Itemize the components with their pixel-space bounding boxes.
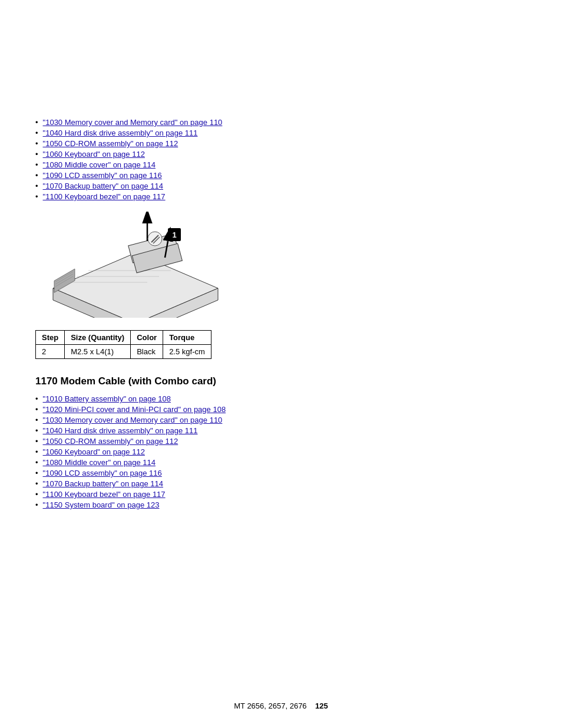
top-link-item: "1100 Keyboard bezel" on page 117 [35, 192, 527, 201]
bottom-link[interactable]: "1060 Keyboard" on page 112 [43, 447, 145, 456]
top-link-item: "1080 Middle cover" on page 114 [35, 160, 527, 169]
top-link-list: "1030 Memory cover and Memory card" on p… [35, 118, 527, 201]
bottom-link[interactable]: "1150 System board" on page 123 [43, 500, 160, 509]
top-link[interactable]: "1090 LCD assembly" on page 116 [43, 171, 162, 180]
top-link-item: "1040 Hard disk drive assembly" on page … [35, 129, 527, 137]
bottom-link-item: "1060 Keyboard" on page 112 [35, 447, 527, 456]
bottom-link-item: "1090 LCD assembly" on page 116 [35, 469, 527, 477]
top-link-item: "1090 LCD assembly" on page 116 [35, 171, 527, 180]
top-link[interactable]: "1050 CD-ROM assembly" on page 112 [43, 139, 178, 148]
bottom-link-item: "1010 Battery assembly" on page 108 [35, 394, 527, 403]
top-link[interactable]: "1070 Backup battery" on page 114 [43, 182, 163, 190]
bottom-link-item: "1070 Backup battery" on page 114 [35, 479, 527, 488]
table-cell: Black [131, 345, 163, 359]
bottom-link[interactable]: "1080 Middle cover" on page 114 [43, 458, 156, 467]
bottom-link[interactable]: "1100 Keyboard bezel" on page 117 [43, 490, 166, 499]
top-link[interactable]: "1060 Keyboard" on page 112 [43, 150, 145, 159]
bottom-link-item: "1050 CD-ROM assembly" on page 112 [35, 437, 527, 446]
table-row: 2M2.5 x L4(1)Black2.5 kgf-cm [36, 345, 211, 359]
top-link-item: "1060 Keyboard" on page 112 [35, 150, 527, 159]
table-header: Size (Quantity) [65, 331, 131, 345]
assembly-diagram: 1 [35, 212, 224, 318]
bottom-link-item: "1100 Keyboard bezel" on page 117 [35, 490, 527, 499]
bottom-link[interactable]: "1050 CD-ROM assembly" on page 112 [43, 437, 178, 446]
diagram-container: 1 [35, 212, 236, 319]
bottom-link[interactable]: "1030 Memory cover and Memory card" on p… [43, 416, 223, 424]
footer-model: MT 2656, 2657, 2676 [234, 701, 306, 710]
top-link[interactable]: "1100 Keyboard bezel" on page 117 [43, 192, 166, 201]
bottom-link[interactable]: "1040 Hard disk drive assembly" on page … [43, 426, 198, 435]
bottom-link[interactable]: "1090 LCD assembly" on page 116 [43, 469, 162, 477]
table-header: Step [36, 331, 65, 345]
bottom-link[interactable]: "1010 Battery assembly" on page 108 [43, 394, 171, 403]
top-link-item: "1070 Backup battery" on page 114 [35, 182, 527, 190]
top-link-item: "1050 CD-ROM assembly" on page 112 [35, 139, 527, 148]
table-header: Color [131, 331, 163, 345]
bottom-link[interactable]: "1020 Mini-PCI cover and Mini-PCI card" … [43, 405, 226, 414]
table-header: Torque [163, 331, 211, 345]
bottom-link-item: "1030 Memory cover and Memory card" on p… [35, 416, 527, 424]
bottom-link-list: "1010 Battery assembly" on page 108"1020… [35, 394, 527, 509]
bottom-link-item: "1150 System board" on page 123 [35, 500, 527, 509]
footer-page: 125 [315, 701, 328, 710]
table-cell: 2 [36, 345, 65, 359]
screw-table: StepSize (Quantity)ColorTorque2M2.5 x L4… [35, 330, 211, 359]
bottom-link-item: "1080 Middle cover" on page 114 [35, 458, 527, 467]
bottom-link-item: "1020 Mini-PCI cover and Mini-PCI card" … [35, 405, 527, 414]
table-cell: M2.5 x L4(1) [65, 345, 131, 359]
top-link[interactable]: "1080 Middle cover" on page 114 [43, 160, 156, 169]
footer: MT 2656, 2657, 2676 125 [0, 701, 562, 710]
table-cell: 2.5 kgf-cm [163, 345, 211, 359]
section-title: 1170 Modem Cable (with Combo card) [35, 375, 527, 387]
top-link[interactable]: "1030 Memory cover and Memory card" on p… [43, 118, 223, 127]
top-spacer [35, 24, 527, 118]
top-link[interactable]: "1040 Hard disk drive assembly" on page … [43, 129, 198, 137]
svg-text:1: 1 [172, 230, 176, 239]
top-link-item: "1030 Memory cover and Memory card" on p… [35, 118, 527, 127]
bottom-link[interactable]: "1070 Backup battery" on page 114 [43, 479, 163, 488]
bottom-link-item: "1040 Hard disk drive assembly" on page … [35, 426, 527, 435]
